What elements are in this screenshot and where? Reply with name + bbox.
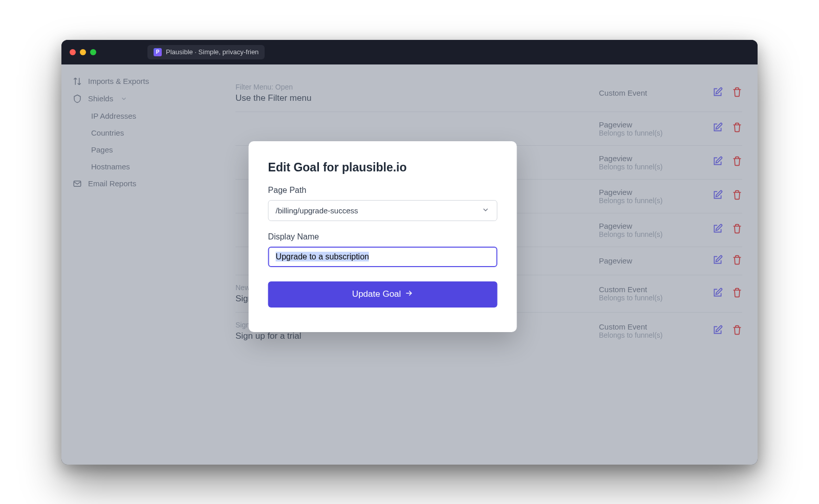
goal-actions bbox=[713, 256, 742, 266]
sidebar-item-shields[interactable]: Shields bbox=[61, 90, 220, 107]
goal-meta-wrap: PageviewBelongs to funnel(s) bbox=[599, 154, 742, 171]
content-area: Imports & Exports Shields IP Addresses C… bbox=[61, 64, 758, 465]
modal-title: Edit Goal for plausible.io bbox=[268, 161, 498, 174]
page-path-value: /billing/upgrade-success bbox=[276, 206, 358, 215]
display-name-input[interactable]: Upgrade to a subscription bbox=[268, 247, 498, 267]
goal-meta: PageviewBelongs to funnel(s) bbox=[599, 154, 701, 171]
edit-goal-modal: Edit Goal for plausible.io Page Path /bi… bbox=[249, 141, 517, 332]
sidebar-label: IP Addresses bbox=[91, 112, 136, 120]
goal-funnel: Belongs to funnel(s) bbox=[599, 230, 701, 238]
sidebar-label: Pages bbox=[91, 145, 113, 154]
edit-icon bbox=[713, 190, 723, 202]
sidebar-item-pages[interactable]: Pages bbox=[61, 141, 220, 158]
delete-goal-button[interactable] bbox=[732, 88, 742, 98]
trash-icon bbox=[732, 87, 742, 99]
goal-title: Use the Filter menu bbox=[235, 93, 599, 103]
goal-type: Pageview bbox=[599, 188, 701, 196]
trash-icon bbox=[732, 122, 742, 135]
edit-goal-button[interactable] bbox=[713, 157, 723, 167]
goal-actions bbox=[713, 88, 742, 98]
maximize-window-button[interactable] bbox=[90, 49, 96, 55]
edit-goal-button[interactable] bbox=[713, 256, 723, 266]
page-path-select[interactable]: /billing/upgrade-success bbox=[268, 200, 498, 221]
goal-funnel: Belongs to funnel(s) bbox=[599, 129, 701, 137]
sidebar-item-hostnames[interactable]: Hostnames bbox=[61, 158, 220, 175]
goal-actions bbox=[713, 191, 742, 201]
goal-meta-wrap: PageviewBelongs to funnel(s) bbox=[599, 120, 742, 137]
goal-meta-wrap: PageviewBelongs to funnel(s) bbox=[599, 188, 742, 205]
goal-meta: Custom EventBelongs to funnel(s) bbox=[599, 285, 701, 302]
arrow-right-icon bbox=[404, 289, 413, 300]
goal-meta-wrap: Custom EventBelongs to funnel(s) bbox=[599, 322, 742, 339]
goal-meta-wrap: PageviewBelongs to funnel(s) bbox=[599, 222, 742, 238]
edit-goal-button[interactable] bbox=[713, 191, 723, 201]
traffic-lights bbox=[70, 49, 96, 55]
sidebar-label: Hostnames bbox=[91, 162, 130, 171]
goal-meta: PageviewBelongs to funnel(s) bbox=[599, 222, 701, 238]
sidebar-label: Shields bbox=[88, 94, 113, 103]
edit-goal-button[interactable] bbox=[713, 225, 723, 235]
edit-icon bbox=[713, 156, 723, 168]
edit-goal-button[interactable] bbox=[713, 326, 723, 336]
delete-goal-button[interactable] bbox=[732, 225, 742, 235]
edit-goal-button[interactable] bbox=[713, 123, 723, 134]
delete-goal-button[interactable] bbox=[732, 191, 742, 201]
edit-icon bbox=[713, 255, 723, 267]
trash-icon bbox=[732, 224, 742, 236]
display-name-value: Upgrade to a subscription bbox=[276, 252, 369, 261]
goal-title: Sign up for a trial bbox=[235, 331, 599, 341]
delete-goal-button[interactable] bbox=[732, 326, 742, 336]
goal-meta: Pageview bbox=[599, 256, 701, 265]
goal-meta: PageviewBelongs to funnel(s) bbox=[599, 188, 701, 205]
delete-goal-button[interactable] bbox=[732, 256, 742, 266]
goal-type: Pageview bbox=[599, 154, 701, 163]
trash-icon bbox=[732, 255, 742, 267]
delete-goal-button[interactable] bbox=[732, 123, 742, 134]
browser-window: P Plausible · Simple, privacy-frien Impo… bbox=[61, 40, 758, 465]
goal-type: Pageview bbox=[599, 256, 701, 265]
favicon-icon: P bbox=[154, 48, 162, 56]
sidebar-item-countries[interactable]: Countries bbox=[61, 124, 220, 141]
update-goal-label: Update Goal bbox=[352, 289, 401, 299]
goal-label: Filter Menu: Open bbox=[235, 83, 599, 91]
goal-meta-wrap: Custom EventBelongs to funnel(s) bbox=[599, 285, 742, 302]
goal-funnel: Belongs to funnel(s) bbox=[599, 163, 701, 171]
goal-row: PageviewBelongs to funnel(s) bbox=[235, 112, 742, 145]
goal-text: Filter Menu: OpenUse the Filter menu bbox=[235, 83, 599, 103]
delete-goal-button[interactable] bbox=[732, 289, 742, 299]
goal-type: Custom Event bbox=[599, 285, 701, 294]
edit-goal-button[interactable] bbox=[713, 289, 723, 299]
goal-meta: Custom EventBelongs to funnel(s) bbox=[599, 322, 701, 339]
goal-actions bbox=[713, 157, 742, 167]
edit-icon bbox=[713, 224, 723, 236]
minimize-window-button[interactable] bbox=[80, 49, 86, 55]
browser-tab[interactable]: P Plausible · Simple, privacy-frien bbox=[147, 45, 265, 59]
edit-icon bbox=[713, 325, 723, 337]
goal-funnel: Belongs to funnel(s) bbox=[599, 331, 701, 339]
tab-title: Plausible · Simple, privacy-frien bbox=[166, 48, 258, 56]
delete-goal-button[interactable] bbox=[732, 157, 742, 167]
goal-actions bbox=[713, 289, 742, 299]
trash-icon bbox=[732, 190, 742, 202]
edit-icon bbox=[713, 122, 723, 135]
edit-goal-button[interactable] bbox=[713, 88, 723, 98]
goal-actions bbox=[713, 225, 742, 235]
goal-type: Custom Event bbox=[599, 322, 701, 331]
update-goal-button[interactable]: Update Goal bbox=[268, 281, 498, 308]
display-name-label: Display Name bbox=[268, 232, 498, 242]
sidebar-item-imports-exports[interactable]: Imports & Exports bbox=[61, 73, 220, 90]
trash-icon bbox=[732, 325, 742, 337]
goal-type: Custom Event bbox=[599, 89, 701, 97]
goal-meta: Custom Event bbox=[599, 89, 701, 97]
goal-actions bbox=[713, 326, 742, 336]
close-window-button[interactable] bbox=[70, 49, 76, 55]
chevron-down-icon bbox=[120, 95, 127, 102]
goal-type: Pageview bbox=[599, 222, 701, 230]
goal-actions bbox=[713, 123, 742, 134]
sidebar-item-ip-addresses[interactable]: IP Addresses bbox=[61, 107, 220, 124]
goal-meta-wrap: Custom Event bbox=[599, 88, 742, 98]
sidebar-item-email-reports[interactable]: Email Reports bbox=[61, 175, 220, 192]
shield-icon bbox=[73, 94, 82, 103]
sidebar-label: Email Reports bbox=[88, 179, 136, 188]
sidebar-label: Countries bbox=[91, 128, 124, 137]
